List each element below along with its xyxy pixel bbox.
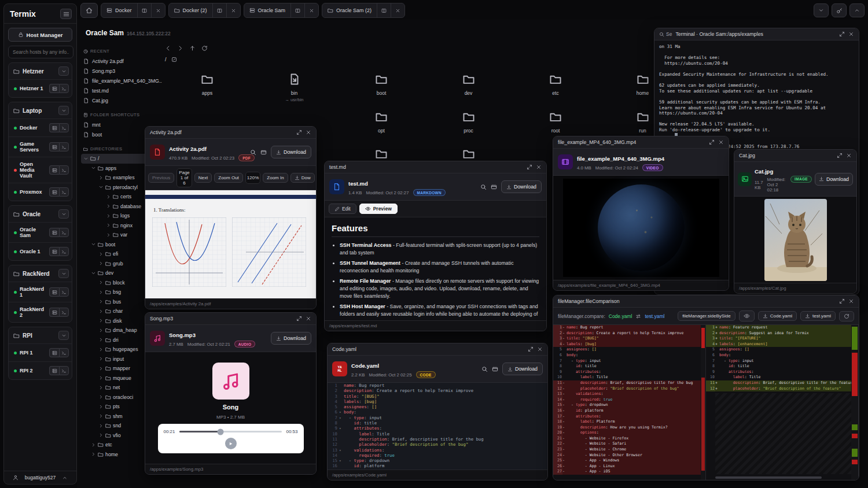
split-tab-button[interactable] — [377, 3, 391, 17]
recent-file-item[interactable]: Activity 2a.pdf — [81, 56, 162, 66]
grid-folder-opt[interactable]: opt — [338, 110, 425, 134]
grid-folder-proc[interactable]: proc — [425, 110, 512, 134]
chevron-down-icon[interactable] — [91, 242, 96, 247]
chevron-right-icon[interactable] — [98, 366, 104, 371]
home-tab-button[interactable] — [80, 3, 98, 18]
chevron-right-icon[interactable] — [98, 413, 104, 419]
open-file-manager-button[interactable] — [49, 123, 59, 132]
chevron-right-icon[interactable] — [98, 394, 104, 400]
host-manager-button[interactable]: Host Manager — [8, 28, 72, 42]
collapse-group-button[interactable] — [58, 66, 69, 76]
open-file-manager-button[interactable] — [49, 165, 59, 175]
open-file-manager-button[interactable] — [49, 348, 59, 357]
back-button[interactable] — [165, 45, 171, 51]
up-button[interactable] — [189, 45, 196, 51]
collapse-group-button[interactable] — [58, 269, 69, 278]
recent-file-item[interactable]: Cat.jpg — [81, 95, 162, 105]
chevron-right-icon[interactable] — [98, 337, 104, 342]
play-button[interactable] — [225, 438, 237, 449]
close-icon[interactable] — [846, 153, 852, 158]
download-button[interactable]: Download — [501, 180, 542, 193]
chevron-down-icon[interactable] — [83, 156, 89, 161]
open-terminal-button[interactable] — [59, 247, 69, 256]
edit-tab[interactable]: Edit — [329, 204, 356, 214]
open-terminal-button[interactable] — [59, 142, 69, 151]
host-search-input[interactable] — [8, 46, 73, 58]
user-row[interactable]: bugattiguy527 — [4, 471, 76, 484]
toggle-view-button[interactable] — [739, 310, 755, 321]
preview-tab[interactable]: Preview — [359, 204, 398, 214]
expand-icon[interactable] — [837, 153, 843, 158]
tabbar-collapse-button[interactable] — [814, 3, 829, 17]
open-file-manager-button[interactable] — [49, 366, 59, 375]
grid-folder-boot[interactable]: boot — [338, 73, 425, 96]
open-terminal-button[interactable] — [59, 228, 69, 237]
expand-icon[interactable] — [528, 346, 534, 352]
close-icon[interactable] — [718, 139, 724, 145]
expand-icon[interactable] — [839, 298, 845, 304]
grid-folder-dev[interactable]: dev — [425, 73, 512, 96]
expand-icon[interactable] — [296, 316, 302, 321]
diff-right-minimap[interactable] — [851, 325, 858, 480]
chevron-right-icon[interactable] — [98, 375, 104, 380]
host-group-header[interactable]: Oracle — [9, 206, 72, 222]
tabbar-expand-button[interactable] — [849, 3, 865, 17]
download-button[interactable]: Download — [815, 173, 853, 186]
sidebar-menu-button[interactable] — [60, 9, 72, 19]
edit-path-icon[interactable] — [171, 57, 177, 62]
panel-icon[interactable] — [492, 366, 498, 372]
host-item[interactable]: RackNerd 2 — [9, 302, 72, 322]
host-item[interactable]: Hetzner 1 — [9, 79, 72, 97]
chevron-right-icon[interactable] — [106, 232, 111, 238]
chevron-right-icon[interactable] — [98, 299, 104, 304]
chevron-right-icon[interactable] — [98, 261, 104, 266]
download-button[interactable]: Download — [271, 332, 311, 345]
chevron-right-icon[interactable] — [98, 385, 104, 390]
host-item[interactable]: Docker — [9, 119, 72, 136]
tab[interactable]: Docker — [101, 3, 165, 18]
chevron-right-icon[interactable] — [98, 356, 104, 361]
forward-button[interactable] — [177, 45, 183, 51]
split-tab-button[interactable] — [212, 3, 226, 17]
open-file-manager-button[interactable] — [49, 228, 59, 237]
chevron-right-icon[interactable] — [91, 442, 96, 448]
search-icon[interactable] — [250, 149, 256, 156]
host-group-header[interactable]: Hetzner — [9, 63, 72, 79]
side-by-side-button[interactable]: fileManager.sideBySide — [678, 311, 735, 321]
zoom-out-button[interactable]: Zoom Out — [214, 173, 243, 183]
chevron-right-icon[interactable] — [98, 318, 104, 323]
host-item[interactable]: RPI 2 — [9, 361, 72, 379]
host-item[interactable]: Open Media Vault — [9, 157, 72, 183]
host-group-header[interactable]: RPI — [9, 327, 72, 343]
open-terminal-button[interactable] — [59, 366, 69, 375]
grid-folder-root[interactable]: root — [512, 110, 599, 134]
split-tab-button[interactable] — [290, 3, 304, 17]
chevron-down-icon[interactable] — [91, 165, 96, 171]
download-left-button[interactable]: Code.yaml — [758, 311, 797, 321]
chevron-right-icon[interactable] — [106, 194, 111, 199]
chevron-right-icon[interactable] — [106, 213, 111, 219]
refresh-button[interactable] — [201, 45, 208, 51]
chevron-right-icon[interactable] — [98, 175, 104, 180]
expand-icon[interactable] — [527, 164, 532, 170]
tab[interactable]: Docker (2) — [168, 3, 241, 18]
markdown-preview[interactable]: Features SSH Terminal Access - Full-feat… — [325, 217, 546, 320]
open-terminal-button[interactable] — [59, 165, 69, 175]
collapse-group-button[interactable] — [58, 331, 69, 340]
next-page-button[interactable]: Next — [194, 173, 212, 183]
download-right-button[interactable]: test.yaml — [800, 311, 836, 321]
grid-folder-bin[interactable]: bin→ usr/bin — [251, 73, 338, 102]
host-group-header[interactable]: RackNerd — [9, 265, 72, 282]
host-item[interactable]: Proxmox — [9, 183, 72, 201]
chevron-right-icon[interactable] — [106, 204, 111, 209]
open-terminal-button[interactable] — [59, 123, 69, 132]
tab[interactable]: Oracle Sam (2) — [322, 3, 405, 18]
breadcrumb-path[interactable]: / — [165, 57, 167, 62]
seek-slider[interactable] — [179, 431, 282, 432]
search-icon[interactable] — [480, 184, 487, 190]
close-tab-button[interactable] — [226, 3, 240, 17]
diff-right-pane[interactable]: 1+name: Feature request2+description: Su… — [706, 325, 859, 480]
previous-page-button[interactable]: Previous — [148, 173, 174, 183]
terminal-search[interactable]: Se — [659, 31, 672, 37]
open-file-manager-button[interactable] — [49, 84, 59, 93]
